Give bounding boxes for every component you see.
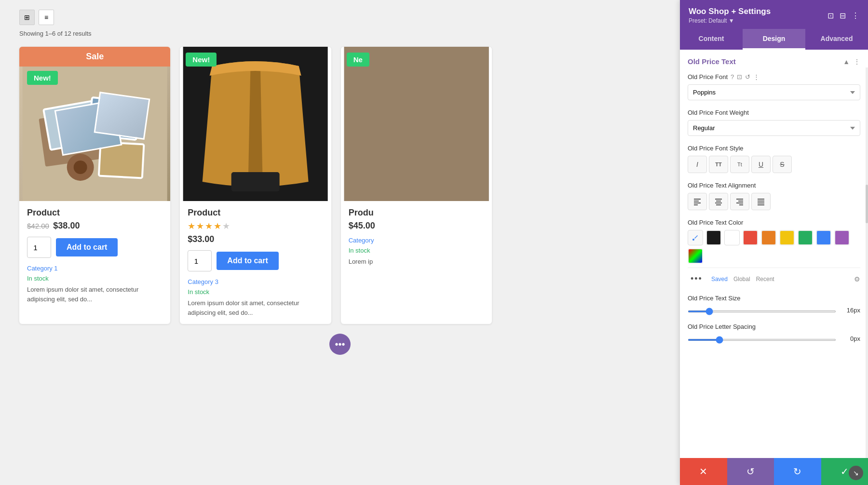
strikethrough-button[interactable]: S: [773, 156, 792, 173]
new-badge-2: New!: [186, 53, 217, 67]
color-blue[interactable]: [816, 230, 831, 245]
product-info-1: Product $42.00 $38.00 Add to cart Catego…: [19, 201, 170, 310]
qty-input-1[interactable]: [27, 237, 51, 258]
color-dropper[interactable]: [688, 230, 703, 245]
section-collapse-button[interactable]: ▲: [843, 58, 850, 66]
font-style-label: Old Price Font Style: [688, 145, 860, 152]
font-select[interactable]: Poppins: [688, 84, 860, 100]
font-reset-icon[interactable]: ↺: [745, 73, 750, 81]
font-weight-label: Old Price Font Weight: [688, 109, 860, 116]
in-stock-1: In stock: [27, 275, 163, 282]
section-title: Old Price Text: [688, 57, 736, 66]
new-badge-3: Ne: [347, 53, 369, 67]
color-purple[interactable]: [834, 230, 850, 245]
layout-icon[interactable]: ⊟: [840, 11, 846, 20]
color-orange[interactable]: [761, 230, 776, 245]
resize-handle[interactable]: ↘: [849, 466, 863, 480]
italic-button[interactable]: I: [688, 156, 707, 173]
font-weight-select[interactable]: Regular: [688, 120, 860, 136]
cart-row-1: Add to cart: [27, 237, 163, 258]
product-card-2: New! Product ★ ★ ★ ★ ★ $33.00 Add to car…: [180, 47, 331, 324]
svg-rect-8: [231, 172, 280, 191]
description-2: Lorem ipsum dolor sit amet, consectetur …: [188, 298, 323, 317]
text-size-slider[interactable]: [688, 310, 836, 312]
section-more-button[interactable]: ⋮: [854, 58, 860, 66]
product-title-1: Product: [27, 208, 163, 218]
category-link-3[interactable]: Category: [349, 237, 484, 244]
color-tab-saved[interactable]: Saved: [711, 276, 728, 283]
letter-spacing-label: Old Price Letter Spacing: [688, 323, 860, 330]
font-device-icon[interactable]: ⊡: [737, 73, 742, 81]
tab-content[interactable]: Content: [680, 29, 743, 50]
old-price-1: $42.00: [27, 222, 49, 230]
in-stock-3: In stock: [349, 247, 484, 254]
view-controls: ⊞ ≡: [19, 10, 661, 25]
section-header: Old Price Text ▲ ⋮: [688, 57, 860, 66]
align-justify-button[interactable]: [751, 193, 771, 210]
color-settings-icon[interactable]: ⚙: [854, 275, 860, 283]
color-tab-recent[interactable]: Recent: [756, 276, 774, 283]
color-custom[interactable]: [688, 248, 703, 264]
font-setting: Old Price Font ? ⊡ ↺ ⋮ Poppins: [688, 73, 860, 100]
align-justify-icon: [757, 197, 765, 206]
color-red[interactable]: [743, 230, 758, 245]
product-image-1: Sale New!: [19, 47, 170, 201]
color-black[interactable]: [706, 230, 721, 245]
svg-rect-2: [43, 100, 103, 150]
grid-view-button[interactable]: ⊞: [19, 10, 35, 25]
font-style-buttons: I TT Tt U S: [688, 156, 860, 173]
color-tab-global[interactable]: Global: [733, 276, 750, 283]
align-left-button[interactable]: [688, 193, 707, 210]
product-info-2: Product ★ ★ ★ ★ ★ $33.00 Add to cart Cat…: [180, 201, 331, 324]
responsive-icon[interactable]: ⊡: [827, 11, 834, 20]
add-to-cart-button-1[interactable]: Add to cart: [56, 238, 118, 256]
pagination-dots: •••: [19, 334, 661, 355]
alignment-buttons: [688, 193, 860, 210]
text-size-value: 16px: [841, 307, 860, 314]
panel-header: Woo Shop + Settings Preset: Default ▼ ⊡ …: [680, 0, 868, 29]
text-size-slider-row: 16px: [688, 306, 860, 314]
redo-button[interactable]: ↻: [774, 458, 821, 485]
tab-advanced[interactable]: Advanced: [805, 29, 868, 50]
list-view-button[interactable]: ≡: [39, 10, 54, 25]
svg-point-6: [74, 161, 87, 174]
undo-button[interactable]: ↺: [727, 458, 774, 485]
align-center-icon: [714, 197, 723, 206]
color-white[interactable]: [724, 230, 740, 245]
font-help-icon[interactable]: ?: [731, 73, 734, 81]
more-options-icon[interactable]: ⋮: [852, 11, 859, 20]
align-right-button[interactable]: [730, 193, 749, 210]
font-style-setting: Old Price Font Style I TT Tt U S: [688, 145, 860, 173]
color-green[interactable]: [798, 230, 813, 245]
pagination-dots-button[interactable]: •••: [329, 334, 351, 355]
product3-image-svg: [341, 47, 492, 201]
letter-spacing-setting: Old Price Letter Spacing 0px: [688, 323, 860, 343]
product-card-3: Ne Produ $45.00 Category In stock Lorem …: [341, 47, 492, 324]
panel-body: Old Price Text ▲ ⋮ Old Price Font ? ⊡ ↺ …: [680, 50, 868, 458]
panel-header-text: Woo Shop + Settings Preset: Default ▼: [689, 7, 771, 24]
underline-button[interactable]: U: [751, 156, 771, 173]
product1-image-svg: [19, 47, 170, 201]
product-image-3: Ne: [341, 47, 492, 201]
letter-spacing-slider[interactable]: [688, 339, 836, 341]
settings-panel: Woo Shop + Settings Preset: Default ▼ ⊡ …: [680, 0, 868, 485]
add-to-cart-button-2[interactable]: Add to cart: [217, 252, 278, 270]
font-label: Old Price Font ? ⊡ ↺ ⋮: [688, 73, 860, 81]
color-more-button[interactable]: •••: [688, 272, 705, 286]
category-link-2[interactable]: Category 3: [188, 278, 323, 285]
category-link-1[interactable]: Category 1: [27, 265, 163, 272]
panel-header-icons: ⊡ ⊟ ⋮: [827, 11, 859, 20]
price-3: $45.00: [349, 221, 484, 231]
tab-design[interactable]: Design: [743, 29, 805, 50]
font-more-icon[interactable]: ⋮: [753, 73, 760, 81]
cart-row-2: Add to cart: [188, 250, 323, 271]
products-grid: Sale New! Product $42.00 $38.00 Add to c…: [19, 47, 492, 324]
align-center-button[interactable]: [709, 193, 728, 210]
qty-input-2[interactable]: [188, 250, 212, 271]
cancel-button[interactable]: ✕: [680, 458, 727, 485]
text-color-setting: Old Price Text Color •••: [688, 219, 860, 286]
capitalize-button[interactable]: Tt: [730, 156, 749, 173]
description-1: Lorem ipsum dolor sit amet, consectetur …: [27, 285, 163, 304]
uppercase-button[interactable]: TT: [709, 156, 728, 173]
color-yellow[interactable]: [779, 230, 795, 245]
